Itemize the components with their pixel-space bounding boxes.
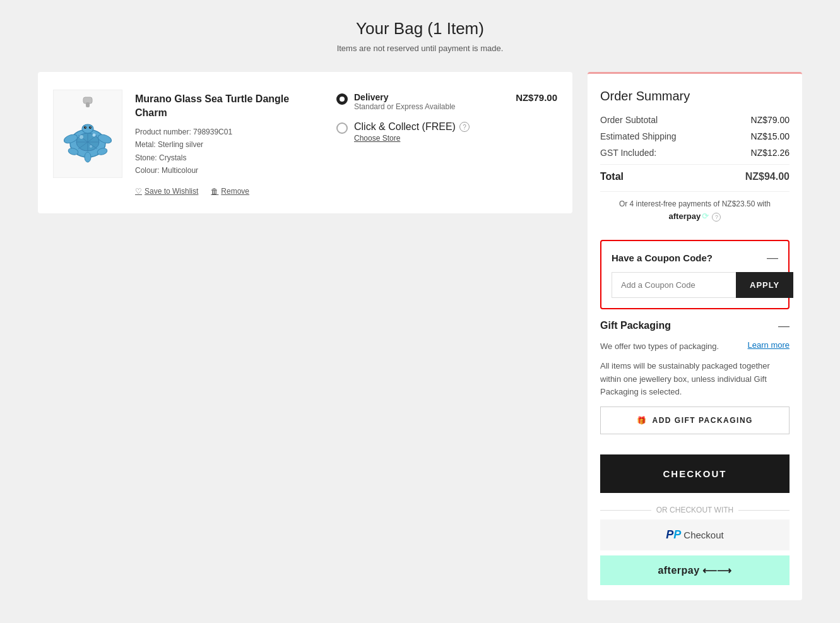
order-summary: Order Summary Order Subtotal NZ$79.00 Es… xyxy=(588,72,802,600)
shipping-row: Estimated Shipping NZ$15.00 xyxy=(600,131,790,141)
gift-text-row: We offer two types of packaging. Learn m… xyxy=(600,340,790,360)
or-checkout-with-text: OR CHECKOUT WITH xyxy=(656,506,733,514)
svg-point-19 xyxy=(93,134,96,137)
delivery-sub: Standard or Express Available xyxy=(354,102,456,111)
paypal-p1: P xyxy=(666,528,673,542)
delivery-radio[interactable] xyxy=(336,93,348,105)
coupon-section: Have a Coupon Code? — APPLY xyxy=(600,240,790,309)
metal-label: Metal: xyxy=(135,140,156,149)
svg-rect-1 xyxy=(86,102,90,107)
afterpay-checkout-button[interactable]: afterpay⟵⟶ xyxy=(600,555,790,585)
gift-icon: 🎁 xyxy=(637,416,648,425)
click-collect-option: Click & Collect (FREE) ? Choose Store xyxy=(336,121,488,143)
total-row: Total NZ$94.00 xyxy=(600,164,790,182)
heart-icon: ♡ xyxy=(135,187,142,196)
product-number: 798939C01 xyxy=(193,128,232,136)
afterpay-brand: afterpay⟳ xyxy=(669,210,709,223)
main-content: Murano Glass Sea Turtle Dangle Charm Pro… xyxy=(38,72,802,600)
paypal-text: Checkout xyxy=(683,530,723,540)
choose-store-link[interactable]: Choose Store xyxy=(354,134,470,143)
item-name: Murano Glass Sea Turtle Dangle Charm xyxy=(135,92,324,121)
gift-text1: We offer two types of packaging. xyxy=(600,340,719,353)
paypal-checkout-button[interactable]: PP Checkout xyxy=(600,519,790,550)
gst-value: NZ$12.26 xyxy=(751,148,790,158)
add-gift-packaging-button[interactable]: 🎁 ADD GIFT PACKAGING xyxy=(600,406,790,434)
svg-point-18 xyxy=(80,135,83,139)
coupon-apply-button[interactable]: APPLY xyxy=(736,272,793,298)
colour-label: Colour: xyxy=(135,166,160,175)
coupon-input[interactable] xyxy=(612,272,736,298)
afterpay-info-icon[interactable]: ? xyxy=(712,213,721,222)
delivery-label: Delivery xyxy=(354,92,456,102)
learn-more-link[interactable]: Learn more xyxy=(748,340,790,360)
item-image xyxy=(53,90,122,178)
afterpay-text: Or 4 interest-free payments of NZ$23.50 … xyxy=(619,199,771,208)
gift-section: Gift Packaging — We offer two types of p… xyxy=(600,319,790,434)
subtotal-row: Order Subtotal NZ$79.00 xyxy=(600,115,790,125)
click-collect-info: Click & Collect (FREE) ? Choose Store xyxy=(354,121,470,143)
stone-label: Stone: xyxy=(135,153,157,162)
gift-title: Gift Packaging xyxy=(600,320,671,331)
gift-text2: All items will be sustainably packaged t… xyxy=(600,360,790,399)
metal-value: Sterling silver xyxy=(158,140,203,149)
remove-label: Remove xyxy=(221,187,249,196)
delivery-section: Delivery Standard or Express Available C… xyxy=(336,90,488,153)
gift-collapse-btn[interactable]: — xyxy=(778,319,790,333)
delivery-option: Delivery Standard or Express Available xyxy=(336,92,488,111)
paypal-p2: P xyxy=(673,528,681,542)
gst-label: GST Included: xyxy=(600,148,656,158)
delivery-info: Delivery Standard or Express Available xyxy=(354,92,456,111)
total-label: Total xyxy=(600,171,624,182)
item-actions: ♡ Save to Wishlist 🗑 Remove xyxy=(135,187,324,196)
afterpay-info: Or 4 interest-free payments of NZ$23.50 … xyxy=(600,191,790,230)
item-details: Murano Glass Sea Turtle Dangle Charm Pro… xyxy=(135,90,324,196)
item-meta: Product number: 798939C01 Metal: Sterlin… xyxy=(135,126,324,177)
page-title: Your Bag (1 Item) xyxy=(38,19,802,39)
subtotal-value: NZ$79.00 xyxy=(751,115,790,125)
gst-row: GST Included: NZ$12.26 xyxy=(600,148,790,158)
total-value: NZ$94.00 xyxy=(745,171,790,182)
svg-point-17 xyxy=(85,152,91,162)
page-header: Your Bag (1 Item) Items are not reserved… xyxy=(38,19,802,53)
product-number-label: Product number: xyxy=(135,128,191,136)
save-wishlist-link[interactable]: ♡ Save to Wishlist xyxy=(135,187,198,196)
cart-section: Murano Glass Sea Turtle Dangle Charm Pro… xyxy=(38,72,572,213)
checkout-button[interactable]: CHECKOUT xyxy=(600,454,790,493)
svg-point-12 xyxy=(90,127,91,128)
add-gift-label: ADD GIFT PACKAGING xyxy=(653,416,753,425)
coupon-input-row: APPLY xyxy=(612,272,778,298)
subtotal-label: Order Subtotal xyxy=(600,115,658,125)
trash-icon: 🗑 xyxy=(211,187,218,196)
stone-value: Crystals xyxy=(159,153,186,162)
coupon-collapse-btn[interactable]: — xyxy=(767,251,778,264)
svg-point-8 xyxy=(82,124,93,133)
item-price: NZ$79.00 xyxy=(500,90,557,103)
coupon-header: Have a Coupon Code? — xyxy=(612,251,778,264)
remove-link[interactable]: 🗑 Remove xyxy=(211,187,249,196)
summary-title: Order Summary xyxy=(600,89,790,104)
svg-point-11 xyxy=(85,127,86,128)
or-checkout-with: OR CHECKOUT WITH xyxy=(600,506,790,514)
click-collect-label: Click & Collect (FREE) ? xyxy=(354,121,470,133)
colour-value: Multicolour xyxy=(162,166,198,175)
svg-point-20 xyxy=(90,145,92,148)
click-collect-text: Click & Collect (FREE) xyxy=(354,121,456,133)
svg-point-10 xyxy=(89,126,92,129)
page-subtitle: Items are not reserved until payment is … xyxy=(38,44,802,53)
afterpay-brand-text: afterpay xyxy=(669,210,701,223)
afterpay-btn-label: afterpay xyxy=(658,565,699,576)
click-collect-info-icon[interactable]: ? xyxy=(459,122,470,132)
shipping-value: NZ$15.00 xyxy=(751,131,790,141)
cart-item: Murano Glass Sea Turtle Dangle Charm Pro… xyxy=(53,90,557,196)
coupon-title: Have a Coupon Code? xyxy=(612,252,713,263)
paypal-logo: PP Checkout xyxy=(666,528,723,542)
svg-point-9 xyxy=(84,126,86,129)
gift-header: Gift Packaging — xyxy=(600,319,790,333)
shipping-label: Estimated Shipping xyxy=(600,131,677,141)
click-collect-radio[interactable] xyxy=(336,122,348,134)
save-wishlist-label: Save to Wishlist xyxy=(145,187,198,196)
afterpay-arrows-icon: ⟵⟶ xyxy=(702,564,732,576)
